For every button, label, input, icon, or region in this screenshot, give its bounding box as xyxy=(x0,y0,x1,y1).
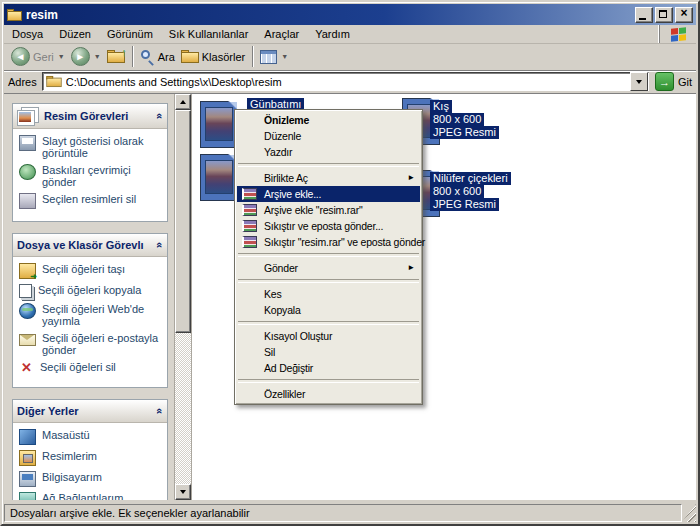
place-desktop[interactable]: Masaüstü xyxy=(19,429,163,445)
address-label: Adres xyxy=(8,76,37,88)
address-bar: Adres C:\Documents and Settings\x\Deskto… xyxy=(4,70,696,94)
network-places-icon xyxy=(19,492,36,500)
resize-grip[interactable] xyxy=(682,504,696,522)
file-thumbnail-hidden[interactable] xyxy=(200,154,238,201)
file-thumbnail-gunbatimi[interactable] xyxy=(200,101,238,148)
back-button[interactable]: ◄ Geri ▼ xyxy=(8,46,68,67)
submenu-arrow-icon: ► xyxy=(407,170,415,186)
collapse-chevron-icon[interactable]: « xyxy=(154,242,166,248)
menu-separator xyxy=(238,321,419,325)
winrar-icon xyxy=(242,204,257,216)
title-bar[interactable]: resim × xyxy=(4,4,696,25)
views-dropdown-icon[interactable]: ▼ xyxy=(281,53,288,60)
menu-item-sikistir-eposta[interactable]: Sıkıştır ve eposta gönder... xyxy=(237,218,420,234)
menu-bar: Dosya Düzen Görünüm Sık Kullanılanlar Ar… xyxy=(4,25,696,44)
close-icon: × xyxy=(676,6,692,20)
status-bar: Dosyaları arşive ekle. Ek seçenekler aya… xyxy=(4,502,696,522)
address-path[interactable]: C:\Documents and Settings\x\Desktop\resi… xyxy=(66,76,282,88)
close-button[interactable]: × xyxy=(675,7,693,23)
toolbar-separator xyxy=(252,46,253,67)
panel-other-places: Diğer Yerler « Masaüstü Resimlerim xyxy=(12,399,168,500)
minimize-icon xyxy=(639,18,646,20)
publish-web-icon xyxy=(19,303,36,319)
task-pane-sidebar: Resim Görevleri « Slayt gösterisi olarak… xyxy=(4,94,192,500)
views-button[interactable]: ▼ xyxy=(257,49,291,65)
menu-item-birlikte-ac[interactable]: Birlikte Aç► xyxy=(237,170,420,186)
search-button[interactable]: Ara xyxy=(137,48,178,65)
scroll-up-button[interactable] xyxy=(175,94,191,110)
views-icon xyxy=(260,50,277,64)
menu-separator xyxy=(238,379,419,383)
windows-logo xyxy=(659,25,696,43)
place-my-computer[interactable]: Bilgisayarım xyxy=(19,471,163,487)
menu-item-arsive-ekle[interactable]: Arşive ekle... xyxy=(237,186,420,202)
menu-item-ad-degistir[interactable]: Ad Değiştir xyxy=(237,360,420,376)
folders-icon xyxy=(181,50,199,63)
panel-file-folder-tasks-header[interactable]: Dosya ve Klasör Görevlı « xyxy=(13,234,167,257)
menu-gorunum[interactable]: Görünüm xyxy=(99,26,161,42)
copy-items-icon xyxy=(19,284,32,298)
task-slideshow[interactable]: Slayt gösterisi olarak görüntüle xyxy=(19,135,163,159)
folders-button[interactable]: Klasörler xyxy=(178,49,248,64)
up-button[interactable]: ↑ xyxy=(104,49,128,64)
file-label-kis[interactable]: Kış 800 x 600 JPEG Resmi xyxy=(430,100,499,139)
task-delete-pictures[interactable]: Seçilen resimleri sil xyxy=(19,193,163,209)
panel-other-places-header[interactable]: Diğer Yerler « xyxy=(13,400,167,423)
go-button[interactable]: → Git xyxy=(655,72,692,91)
delete-pictures-icon xyxy=(19,193,36,209)
menu-sik-kullanilanlar[interactable]: Sık Kullanılanlar xyxy=(161,26,257,42)
scroll-down-icon xyxy=(180,490,186,494)
back-icon: ◄ xyxy=(11,47,30,66)
menu-item-onizleme[interactable]: Önizleme xyxy=(237,112,420,128)
menu-araclar[interactable]: Araçlar xyxy=(256,26,307,42)
menu-dosya[interactable]: Dosya xyxy=(4,26,51,42)
task-email-items[interactable]: Seçili öğeleri e-postayla gönder xyxy=(19,332,163,356)
slideshow-icon xyxy=(19,135,36,151)
place-my-pictures[interactable]: Resimlerim xyxy=(19,450,163,466)
task-copy-items[interactable]: Seçili öğeleri kopyala xyxy=(19,284,163,298)
menu-item-ozellikler[interactable]: Özellikler xyxy=(237,386,420,402)
forward-icon: ► xyxy=(71,47,90,66)
collapse-chevron-icon[interactable]: « xyxy=(154,113,166,119)
scrollbar-thumb[interactable] xyxy=(175,110,191,333)
scroll-up-icon xyxy=(180,100,186,104)
panel-picture-tasks-header[interactable]: Resim Görevleri « xyxy=(13,104,167,129)
menu-item-gonder[interactable]: Gönder► xyxy=(237,260,420,276)
address-folder-icon xyxy=(46,76,61,87)
task-delete-items[interactable]: ✕ Seçili öğeleri sil xyxy=(19,361,163,375)
submenu-arrow-icon: ► xyxy=(407,260,415,276)
file-label-nilufer[interactable]: Nilüfer çiçekleri 800 x 600 JPEG Resmi xyxy=(430,172,511,211)
scroll-down-button[interactable] xyxy=(175,484,191,500)
menu-item-kopyala[interactable]: Kopyala xyxy=(237,302,420,318)
back-dropdown-icon[interactable]: ▼ xyxy=(58,53,65,60)
folder-icon xyxy=(7,9,22,21)
menu-duzen[interactable]: Düzen xyxy=(51,26,99,42)
address-dropdown-button[interactable] xyxy=(630,72,648,91)
collapse-chevron-icon[interactable]: « xyxy=(154,408,166,414)
my-computer-icon xyxy=(19,471,36,487)
menu-item-duzenle[interactable]: Düzenle xyxy=(237,128,420,144)
menu-separator xyxy=(238,279,419,283)
back-label: Geri xyxy=(33,51,54,63)
menu-item-yazdir[interactable]: Yazdır xyxy=(237,144,420,160)
menu-item-sikistir-rar-eposta[interactable]: Sıkıştır "resim.rar" ve eposta gönder xyxy=(237,234,420,250)
explorer-window: resim × Dosya Düzen Görünüm Sık Kullanıl… xyxy=(0,0,700,526)
menu-item-kisayol-olustur[interactable]: Kısayol Oluştur xyxy=(237,328,420,344)
maximize-button[interactable] xyxy=(655,7,673,23)
forward-dropdown-icon[interactable]: ▼ xyxy=(94,53,101,60)
winrar-icon xyxy=(242,236,257,248)
menu-yardim[interactable]: Yardım xyxy=(307,26,358,42)
menu-item-arsive-ekle-rar[interactable]: Arşive ekle "resim.rar" xyxy=(237,202,420,218)
menu-item-sil[interactable]: Sil xyxy=(237,344,420,360)
task-order-prints[interactable]: Baskıları çevrimiçi gönder xyxy=(19,164,163,188)
menu-item-kes[interactable]: Kes xyxy=(237,286,420,302)
task-publish-web[interactable]: Seçili öğeleri Web'de yayımla xyxy=(19,303,163,327)
maximize-icon xyxy=(659,10,667,18)
task-move-items[interactable]: Seçili öğeleri taşı xyxy=(19,263,163,279)
address-combo[interactable]: C:\Documents and Settings\x\Desktop\resi… xyxy=(42,72,649,91)
minimize-button[interactable] xyxy=(635,7,653,23)
forward-button[interactable]: ► ▼ xyxy=(68,46,104,67)
sidebar-scrollbar[interactable] xyxy=(174,94,191,500)
go-label: Git xyxy=(678,76,692,88)
place-network[interactable]: Ağ Bağlantılarım xyxy=(19,492,163,500)
